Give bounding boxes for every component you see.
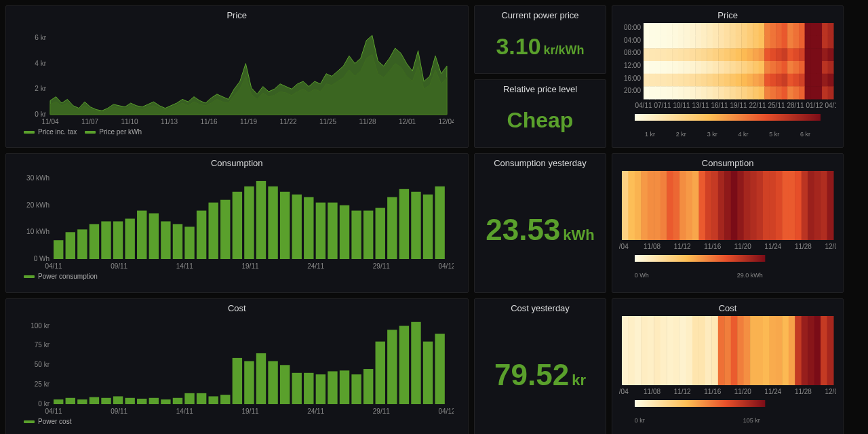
svg-rect-76 [782, 36, 788, 49]
svg-rect-195 [707, 86, 713, 99]
panel-price-heatmap[interactable]: Price 00:0004:0008:0012:0016:0020:0004/1… [612, 5, 843, 148]
panel-title: Consumption [211, 158, 263, 168]
svg-rect-263 [292, 195, 302, 259]
svg-text:30 kWh: 30 kWh [26, 174, 50, 182]
cost-bar-chart[interactable]: 0 kr25 kr50 kr75 kr100 kr04/1109/1114/11… [20, 315, 454, 416]
panel-cost-yesterday[interactable]: Cost yesterday 79.52kr [474, 298, 607, 434]
svg-rect-21 [655, 23, 661, 36]
svg-rect-88 [661, 48, 667, 61]
svg-rect-126 [690, 61, 696, 74]
svg-rect-377 [635, 316, 642, 385]
panel-price-line[interactable]: Price 0 kr2 kr4 kr6 kr11/0411/0711/1011/… [5, 5, 469, 148]
svg-rect-92 [684, 48, 690, 61]
panel-title: Consumption [702, 158, 754, 168]
svg-rect-337 [77, 399, 87, 404]
svg-text:08:00: 08:00 [624, 49, 641, 56]
panel-title: Cost [228, 303, 246, 313]
svg-text:29/11: 29/11 [373, 262, 390, 270]
svg-rect-262 [280, 192, 290, 259]
heatmap-scale: 1 kr2 kr3 kr4 kr5 kr6 kr [635, 110, 821, 138]
svg-text:11/22: 11/22 [280, 118, 297, 125]
svg-rect-367 [435, 334, 445, 404]
svg-rect-183 [828, 74, 834, 87]
svg-text:19/11: 19/11 [242, 262, 259, 270]
svg-rect-172 [764, 74, 770, 87]
svg-text:11/13: 11/13 [161, 118, 178, 125]
svg-rect-360 [352, 374, 361, 404]
svg-text:19/11: 19/11 [242, 408, 259, 415]
svg-rect-43 [782, 23, 788, 36]
svg-text:11/04: 11/04 [42, 118, 59, 125]
svg-text:11/16: 11/16 [201, 118, 218, 125]
svg-rect-152 [650, 74, 656, 87]
panel-cost-heatmap[interactable]: Cost 1/0411/0811/1211/1611/2011/2411/281… [612, 298, 843, 434]
svg-rect-83 [822, 36, 828, 49]
price-area-chart[interactable]: 0 kr2 kr4 kr6 kr11/0411/0711/1011/1311/1… [20, 22, 454, 127]
panel-cost-bar[interactable]: Cost 0 kr25 kr50 kr75 kr100 kr04/1109/11… [5, 298, 469, 434]
svg-rect-34 [730, 23, 736, 36]
svg-rect-393 [737, 316, 744, 385]
svg-rect-96 [707, 48, 713, 61]
svg-rect-136 [747, 61, 753, 74]
svg-rect-137 [753, 61, 759, 74]
svg-rect-272 [399, 189, 409, 259]
panel-title: Consumption yesterday [494, 158, 587, 168]
svg-rect-66 [724, 36, 730, 49]
svg-rect-196 [713, 86, 719, 99]
svg-rect-216 [828, 86, 834, 99]
svg-rect-166 [730, 74, 736, 87]
panel-title: Cost yesterday [511, 303, 570, 313]
svg-rect-119 [650, 61, 656, 74]
svg-rect-106 [764, 48, 770, 61]
svg-rect-307 [776, 171, 783, 240]
svg-rect-243 [54, 240, 63, 259]
svg-rect-161 [701, 74, 707, 87]
panel-current-price[interactable]: Current power price 3.10kr/kWh [474, 5, 607, 74]
svg-rect-156 [673, 74, 679, 87]
svg-text:11/28: 11/28 [359, 118, 376, 125]
svg-rect-57 [673, 36, 679, 49]
svg-rect-212 [805, 86, 811, 99]
svg-rect-174 [776, 74, 782, 87]
svg-rect-386 [692, 316, 699, 385]
svg-rect-116 [822, 48, 828, 61]
panel-consumption-bar[interactable]: Consumption 0 Wh10 kWh20 kWh30 kWh04/110… [5, 153, 469, 293]
svg-rect-354 [280, 365, 290, 404]
svg-rect-289 [660, 171, 667, 240]
svg-text:09/11: 09/11 [111, 262, 127, 270]
consumption-bar-chart[interactable]: 0 Wh10 kWh20 kWh30 kWh04/1109/1114/1119/… [20, 170, 454, 271]
svg-rect-175 [782, 74, 788, 87]
svg-rect-306 [770, 171, 776, 240]
svg-text:10 kWh: 10 kWh [26, 228, 50, 235]
svg-rect-103 [747, 48, 753, 61]
svg-rect-197 [718, 86, 724, 99]
svg-text:16/11: 16/11 [711, 102, 728, 109]
svg-rect-87 [655, 48, 661, 61]
svg-rect-198 [724, 86, 730, 99]
svg-rect-356 [304, 373, 313, 404]
price-heatmap[interactable]: 00:0004:0008:0012:0016:0020:0004/1107/11… [619, 22, 836, 110]
consumption-heatmap[interactable]: 1/0411/0811/1211/1611/2011/2411/2812/02 [619, 170, 836, 251]
svg-rect-147 [810, 61, 816, 74]
svg-rect-389 [711, 316, 718, 385]
cost-heatmap[interactable]: 1/0411/0811/1211/1611/2011/2411/2812/02 [619, 315, 836, 396]
panel-consumption-yesterday[interactable]: Consumption yesterday 23.53kWh [474, 153, 607, 293]
legend-cost: Power cost [12, 416, 71, 425]
svg-rect-107 [770, 48, 776, 61]
panel-relative-level[interactable]: Relative price level Cheap [474, 79, 607, 148]
svg-rect-342 [137, 399, 146, 404]
svg-rect-312 [808, 171, 814, 240]
panel-consumption-heatmap[interactable]: Consumption 1/0411/0811/1211/1611/2011/2… [612, 153, 843, 293]
svg-rect-112 [799, 48, 805, 61]
svg-rect-97 [713, 48, 719, 61]
svg-rect-297 [711, 171, 718, 240]
svg-rect-129 [707, 61, 713, 74]
svg-text:12:00: 12:00 [624, 62, 641, 69]
svg-rect-355 [292, 373, 302, 404]
svg-rect-405 [814, 316, 821, 385]
svg-text:25/11: 25/11 [768, 102, 785, 109]
svg-text:11/20: 11/20 [734, 388, 751, 395]
svg-rect-244 [66, 232, 75, 259]
svg-rect-270 [376, 208, 385, 259]
svg-rect-268 [352, 211, 361, 259]
